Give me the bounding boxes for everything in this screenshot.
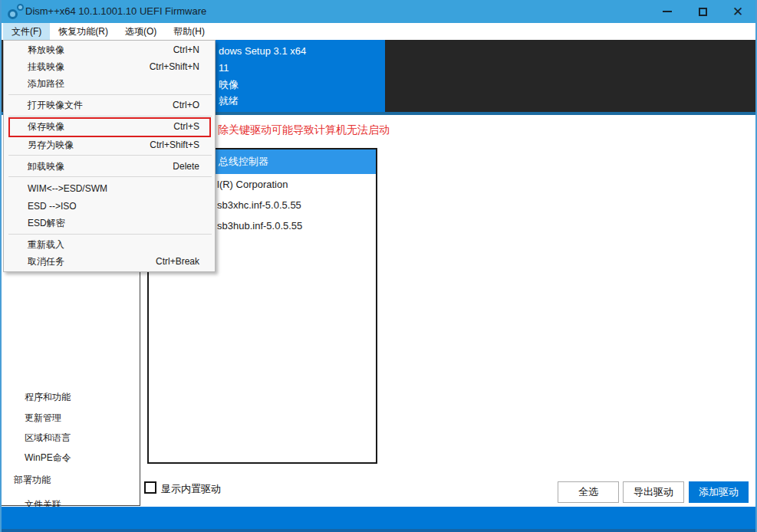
- shortcut-label: Ctrl+Shift+N: [150, 58, 199, 75]
- menu-separator: [8, 155, 212, 156]
- export-drivers-button[interactable]: 导出驱动: [623, 481, 684, 503]
- menu-bar: 文件(F) 恢复功能(R) 选项(O) 帮助(H): [2, 23, 755, 40]
- shortcut-label: Ctrl+O: [173, 97, 199, 113]
- driver-category-label: 总线控制器: [219, 149, 268, 174]
- gear-icon: [17, 4, 24, 11]
- shortcut-label: Delete: [173, 158, 199, 175]
- image-card-version: 11: [219, 62, 229, 74]
- menu-separator: [8, 94, 212, 95]
- shortcut-label: Ctrl+Break: [156, 253, 199, 270]
- menu-item-esd-iso[interactable]: ESD -->ISO: [4, 198, 215, 215]
- window-title: Dism++x64 10.1.1001.10 UEFI Firmware: [25, 5, 206, 17]
- sidebar-section-deployment[interactable]: 部署功能: [14, 473, 51, 487]
- bottom-status-strip: [2, 507, 757, 532]
- title-bar: Dism++x64 10.1.1001.10 UEFI Firmware ✕: [2, 0, 755, 23]
- menu-item-reload[interactable]: 重新载入: [4, 236, 215, 253]
- menu-item-mount-image[interactable]: 挂载映像 Ctrl+Shift+N: [4, 58, 215, 75]
- menu-item-unmount-image[interactable]: 卸载映像 Delete: [4, 158, 215, 175]
- menu-recovery[interactable]: 恢复功能(R): [50, 23, 117, 40]
- select-all-button[interactable]: 全选: [558, 481, 619, 503]
- menu-file[interactable]: 文件(F): [3, 23, 50, 40]
- add-drivers-button[interactable]: 添加驱动: [689, 481, 749, 503]
- menu-item-esd-decrypt[interactable]: ESD解密: [4, 215, 215, 232]
- maximize-icon: [699, 8, 707, 16]
- menu-item-save-image-as[interactable]: 另存为映像 Ctrl+Shift+S: [4, 136, 215, 153]
- show-builtin-drivers-label: 显示内置驱动: [161, 482, 221, 496]
- driver-inf-label: sb3xhc.inf-5.0.5.55: [217, 195, 301, 215]
- minimize-button[interactable]: [650, 0, 685, 23]
- menu-item-apply-image[interactable]: 释放映像 Ctrl+N: [4, 41, 215, 58]
- driver-vendor-label: l(R) Corporation: [217, 174, 288, 195]
- sidebar-item-region-language[interactable]: 区域和语言: [25, 431, 71, 445]
- file-dropdown-menu: 释放映像 Ctrl+N 挂载映像 Ctrl+Shift+N 添加路径 打开映像文…: [3, 40, 216, 272]
- close-button[interactable]: ✕: [720, 0, 755, 23]
- menu-separator: [8, 176, 212, 177]
- menu-item-add-path[interactable]: 添加路径: [4, 75, 215, 92]
- driver-inf-label: sb3hub.inf-5.0.5.55: [217, 215, 302, 236]
- gear-icon: [8, 9, 18, 19]
- shortcut-label: Ctrl+S: [173, 118, 199, 135]
- menu-separator: [8, 234, 212, 235]
- sidebar-item-winpe-commands[interactable]: WinPE命令: [25, 451, 71, 465]
- image-card-name: dows Setup 3.1 x64: [219, 45, 306, 57]
- image-card-status: 就绪: [219, 94, 239, 108]
- image-card-type: 映像: [219, 78, 239, 92]
- sidebar-item-programs-features[interactable]: 程序和功能: [25, 390, 71, 404]
- app-logo-icon: [7, 3, 24, 20]
- menu-item-wim-esd-swm[interactable]: WIM<-->ESD/SWM: [4, 180, 215, 197]
- minimize-icon: [663, 11, 672, 12]
- driver-warning-text: 除关键驱动可能导致计算机无法启动: [218, 123, 390, 137]
- menu-separator: [8, 116, 212, 117]
- menu-options[interactable]: 选项(O): [117, 23, 165, 40]
- sidebar-item-update-management[interactable]: 更新管理: [25, 411, 61, 425]
- menu-item-cancel-task[interactable]: 取消任务 Ctrl+Break: [4, 253, 215, 270]
- close-icon: ✕: [732, 5, 743, 18]
- menu-help[interactable]: 帮助(H): [165, 23, 213, 40]
- menu-item-open-image-file[interactable]: 打开映像文件 Ctrl+O: [4, 97, 215, 113]
- maximize-button[interactable]: [685, 0, 720, 23]
- menu-item-save-image[interactable]: 保存映像 Ctrl+S: [4, 118, 215, 135]
- app-window: Dism++x64 10.1.1001.10 UEFI Firmware ✕ 文…: [0, 0, 757, 532]
- shortcut-label: Ctrl+N: [173, 41, 199, 58]
- show-builtin-drivers-checkbox[interactable]: [144, 481, 156, 494]
- shortcut-label: Ctrl+Shift+S: [150, 136, 199, 153]
